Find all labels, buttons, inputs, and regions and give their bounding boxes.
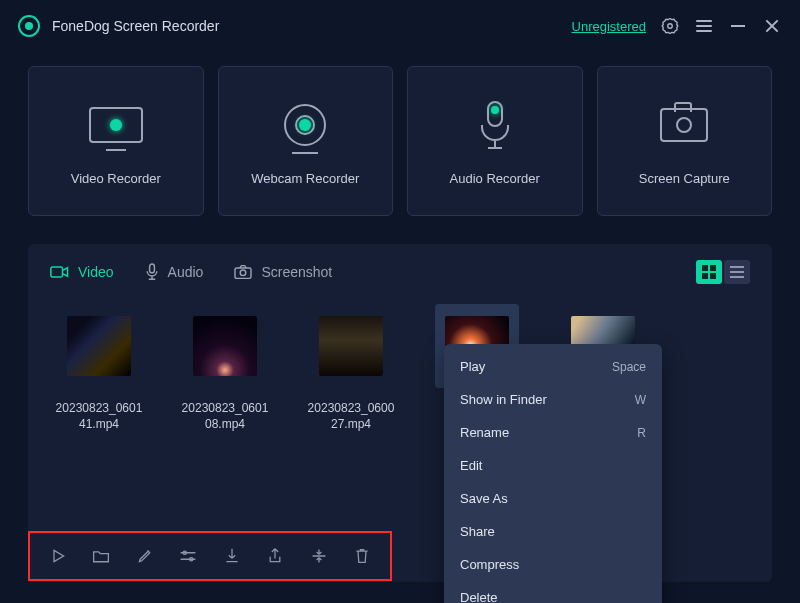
ctx-save-as[interactable]: Save As [444,482,662,515]
tab-audio-label: Audio [168,264,204,280]
webcam-recorder-card[interactable]: Webcam Recorder [218,66,394,216]
svg-point-0 [668,24,673,29]
delete-button[interactable] [349,543,375,569]
microphone-icon [481,101,509,149]
brand-logo-icon [18,15,40,37]
tab-video[interactable]: Video [50,264,114,280]
audio-recorder-label: Audio Recorder [450,171,540,186]
edit-button[interactable] [132,543,158,569]
menu-icon[interactable] [694,16,714,36]
microphone-small-icon [144,263,160,281]
ctx-show-in-finder[interactable]: Show in FinderW [444,383,662,416]
list-view-button[interactable] [724,260,750,284]
screen-capture-card[interactable]: Screen Capture [597,66,773,216]
video-recorder-label: Video Recorder [71,171,161,186]
play-button[interactable] [45,543,71,569]
share-button[interactable] [262,543,288,569]
tab-audio[interactable]: Audio [144,263,204,281]
close-button[interactable] [762,16,782,36]
ctx-shortcut: W [635,393,646,407]
ctx-label: Play [460,359,485,374]
library-item-filename: 20230823_060027.mp4 [306,400,396,432]
ctx-shortcut: Space [612,360,646,374]
library-item[interactable]: 20230823_060141.mp4 [54,304,144,432]
ctx-label: Edit [460,458,482,473]
ctx-shortcut: R [637,426,646,440]
svg-rect-2 [51,267,63,277]
audio-recorder-card[interactable]: Audio Recorder [407,66,583,216]
ctx-delete[interactable]: Delete [444,581,662,603]
svg-point-5 [241,270,247,276]
ctx-rename[interactable]: RenameR [444,416,662,449]
list-icon [730,266,744,278]
webcam-recorder-label: Webcam Recorder [251,171,359,186]
library-item-filename: 20230823_060108.mp4 [180,400,270,432]
ctx-play[interactable]: PlaySpace [444,350,662,383]
grid-view-button[interactable] [696,260,722,284]
ctx-label: Save As [460,491,508,506]
adjust-button[interactable] [175,543,201,569]
app-title: FoneDog Screen Recorder [52,18,219,34]
svg-marker-1 [662,19,678,34]
camera-small-icon [233,264,253,280]
thumbnail-icon [193,316,257,376]
ctx-share[interactable]: Share [444,515,662,548]
ctx-compress[interactable]: Compress [444,548,662,581]
video-camera-icon [50,264,70,280]
grid-icon [702,265,716,279]
tab-video-label: Video [78,264,114,280]
titlebar: FoneDog Screen Recorder Unregistered [0,0,800,52]
screen-capture-label: Screen Capture [639,171,730,186]
video-recorder-card[interactable]: Video Recorder [28,66,204,216]
ctx-label: Share [460,524,495,539]
thumbnail-icon [67,316,131,376]
monitor-icon [89,107,143,143]
minimize-button[interactable] [728,16,748,36]
tab-screenshot[interactable]: Screenshot [233,264,332,280]
compress-button[interactable] [306,543,332,569]
ctx-edit[interactable]: Edit [444,449,662,482]
library-item-filename: 20230823_060141.mp4 [54,400,144,432]
ctx-label: Delete [460,590,498,603]
webcam-icon [284,104,326,146]
tab-screenshot-label: Screenshot [261,264,332,280]
svg-rect-3 [149,264,154,273]
save-button[interactable] [219,543,245,569]
recorder-modes: Video Recorder Webcam Recorder Audio Rec… [0,52,800,216]
camera-icon [660,108,708,142]
library-item[interactable]: 20230823_060027.mp4 [306,304,396,432]
library-item[interactable]: 20230823_060108.mp4 [180,304,270,432]
context-menu: PlaySpace Show in FinderW RenameR Edit S… [444,344,662,603]
library-toolbar [28,531,392,581]
ctx-label: Show in Finder [460,392,547,407]
registration-status-link[interactable]: Unregistered [572,19,646,34]
library-tabs: Video Audio Screenshot [28,244,772,300]
settings-icon[interactable] [660,16,680,36]
open-folder-button[interactable] [88,543,114,569]
ctx-label: Rename [460,425,509,440]
thumbnail-icon [319,316,383,376]
ctx-label: Compress [460,557,519,572]
